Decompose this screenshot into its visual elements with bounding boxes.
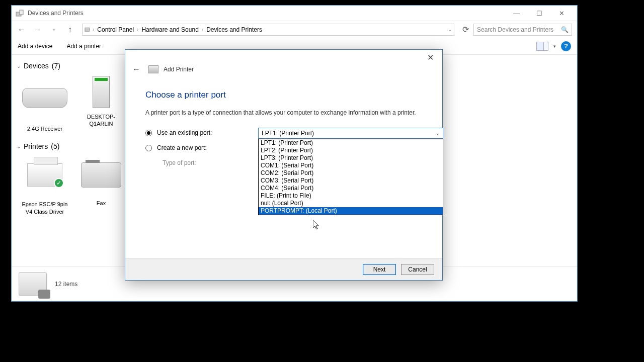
port-option[interactable]: LPT3: (Printer Port): [259, 154, 443, 162]
existing-port-label: Use an existing port:: [157, 129, 237, 136]
maximize-button[interactable]: ☐: [528, 6, 550, 20]
printer-item[interactable]: ✓ Epson ESC/P 9pin V4 Class Driver: [20, 154, 70, 215]
breadcrumb-separator-icon: ›: [137, 27, 138, 32]
breadcrumb-seg[interactable]: Control Panel: [95, 26, 136, 33]
refresh-button[interactable]: ⟳: [459, 24, 471, 36]
group-label: Printers: [24, 142, 48, 150]
group-count: (7): [52, 62, 60, 70]
create-port-label: Create a new port:: [157, 144, 237, 151]
port-option[interactable]: FILE: (Print to File): [259, 192, 443, 200]
fax-icon: [78, 162, 124, 198]
port-option[interactable]: nul: (Local Port): [259, 200, 443, 207]
breadcrumb-separator-icon: ›: [202, 27, 203, 32]
add-printer-button[interactable]: Add a printer: [66, 43, 101, 50]
check-icon: ✓: [54, 178, 64, 188]
dialog-back-button[interactable]: ←: [132, 65, 140, 74]
breadcrumb[interactable]: › Control Panel › Hardware and Sound › D…: [82, 24, 454, 36]
device-item[interactable]: DESKTOP-Q1ARLIN: [76, 74, 126, 132]
combobox-value: LPT1: (Printer Port): [262, 130, 314, 137]
port-option[interactable]: PORTPROMPT: (Local Port): [259, 207, 443, 215]
port-option[interactable]: COM3: (Serial Port): [259, 177, 443, 185]
add-device-button[interactable]: Add a device: [18, 43, 52, 50]
window-title: Devices and Printers: [28, 10, 84, 17]
group-count: (5): [51, 142, 59, 150]
cancel-button[interactable]: Cancel: [401, 264, 434, 275]
computer-icon: [78, 76, 124, 111]
devices-icon: [19, 272, 47, 296]
search-icon: 🔍: [561, 26, 569, 33]
search-placeholder: Search Devices and Printers: [477, 26, 553, 33]
step-description: A printer port is a type of connection t…: [145, 109, 422, 116]
dialog-footer: Next Cancel: [125, 258, 442, 280]
navbar: ← → ▾ ↑ › Control Panel › Hardware and S…: [12, 21, 577, 38]
breadcrumb-seg[interactable]: Hardware and Sound: [139, 26, 200, 33]
dialog-close-button[interactable]: ✕: [421, 50, 439, 64]
nav-dropdown-button[interactable]: ▾: [47, 23, 61, 37]
svg-rect-1: [20, 10, 23, 15]
view-options-button[interactable]: [536, 42, 548, 51]
chevron-down-icon: ⌄: [436, 131, 440, 136]
printer-item[interactable]: Fax: [76, 154, 126, 215]
next-button[interactable]: Next: [363, 264, 396, 275]
port-option[interactable]: COM1: (Serial Port): [259, 162, 443, 169]
port-dropdown: LPT1: (Printer Port)LPT2: (Printer Port)…: [258, 139, 443, 215]
device-label: DESKTOP-Q1ARLIN: [76, 113, 126, 128]
nav-forward-button[interactable]: →: [31, 23, 45, 37]
dialog-body: Choose a printer port A printer port is …: [125, 79, 442, 166]
port-option[interactable]: LPT1: (Printer Port): [259, 139, 443, 147]
port-option[interactable]: COM4: (Serial Port): [259, 185, 443, 192]
chevron-down-icon[interactable]: ▾: [553, 44, 556, 49]
device-label: Epson ESC/P 9pin V4 Class Driver: [20, 201, 70, 215]
device-label: Fax: [76, 200, 126, 207]
svg-rect-2: [85, 28, 90, 31]
close-button[interactable]: ✕: [550, 6, 573, 20]
chevron-down-icon[interactable]: ⌄: [448, 27, 452, 32]
chevron-down-icon: ⌄: [17, 63, 21, 69]
dialog-titlebar: ✕: [125, 50, 442, 65]
create-port-radio[interactable]: [145, 145, 152, 151]
device-item[interactable]: 2.4G Receiver: [20, 74, 70, 132]
breadcrumb-icon: [85, 25, 92, 34]
existing-port-radio[interactable]: [145, 130, 152, 136]
help-button[interactable]: ?: [561, 41, 571, 51]
keyboard-icon: [22, 88, 67, 123]
dialog-header: ← Add Printer: [125, 65, 442, 79]
group-label: Devices: [24, 62, 49, 70]
devices-printers-icon: [16, 9, 24, 17]
device-label: 2.4G Receiver: [20, 125, 70, 132]
dialog-title: Add Printer: [164, 66, 194, 73]
existing-port-row: Use an existing port: LPT1: (Printer Por…: [145, 129, 422, 136]
status-text: 12 items: [55, 281, 77, 288]
printer-icon: ✓: [22, 163, 67, 199]
chevron-down-icon: ⌄: [17, 144, 21, 149]
step-title: Choose a printer port: [145, 90, 422, 100]
nav-up-button[interactable]: ↑: [63, 23, 77, 37]
minimize-button[interactable]: —: [505, 6, 528, 20]
search-input[interactable]: Search Devices and Printers 🔍: [473, 24, 572, 36]
port-option[interactable]: COM2: (Serial Port): [259, 169, 443, 177]
titlebar: Devices and Printers — ☐ ✕: [12, 6, 577, 21]
nav-back-button[interactable]: ←: [15, 23, 29, 37]
breadcrumb-seg[interactable]: Devices and Printers: [204, 26, 264, 33]
printer-icon: [148, 65, 158, 73]
add-printer-dialog: ✕ ← Add Printer Choose a printer port A …: [125, 49, 443, 281]
breadcrumb-separator-icon: ›: [93, 27, 94, 32]
port-combobox[interactable]: LPT1: (Printer Port) ⌄: [258, 128, 443, 139]
port-option[interactable]: LPT2: (Printer Port): [259, 147, 443, 154]
